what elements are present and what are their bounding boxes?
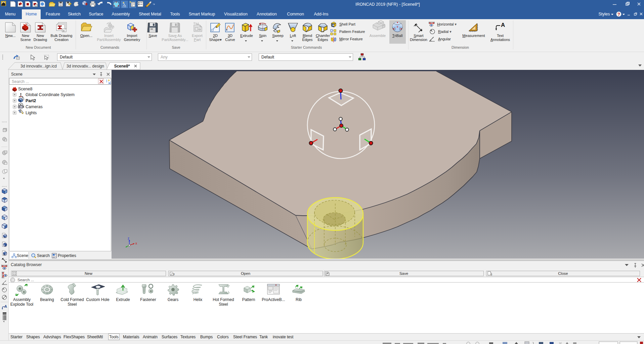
svg-text:Cameras: Cameras <box>26 104 43 109</box>
svg-text:z: z <box>128 236 129 240</box>
svg-text:A: A <box>4 304 7 308</box>
svg-text:3: 3 <box>491 273 492 276</box>
svg-text:2: 2 <box>173 273 175 275</box>
svg-text:A: A <box>501 22 505 28</box>
svg-text:Lights: Lights <box>26 111 37 115</box>
svg-text:x: x <box>135 242 137 245</box>
svg-text:?: ? <box>617 12 620 17</box>
svg-text:Part2: Part2 <box>26 98 36 103</box>
svg-text:Scene8: Scene8 <box>18 87 32 91</box>
svg-text:Global Coordinate System: Global Coordinate System <box>26 92 75 97</box>
